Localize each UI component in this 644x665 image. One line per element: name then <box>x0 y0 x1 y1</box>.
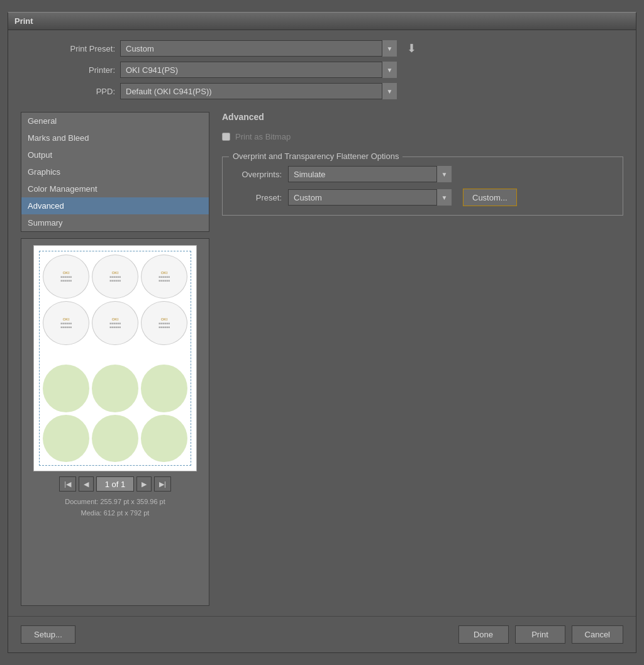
print-as-bitmap-row: Print as Bitmap <box>222 132 623 141</box>
custom-button[interactable]: Custom... <box>463 189 517 206</box>
label-item-3: OKI ■■■■■■■■■■■■ <box>141 255 187 299</box>
label-item-1: OKI ■■■■■■■■■■■■ <box>43 255 89 299</box>
next-page-button[interactable]: ▶ <box>136 476 152 492</box>
overprints-select-wrapper: Simulate Preserve Discard ▼ <box>288 166 452 182</box>
print-preset-row: Print Preset: Custom Default High Qualit… <box>58 40 623 57</box>
doc-info: Document: 255.97 pt x 359.96 pt Media: 6… <box>65 497 165 519</box>
preset-select-wrapper: Custom High Resolution Medium Resolution… <box>288 189 452 206</box>
circle-4 <box>43 415 89 463</box>
prev-page-button[interactable]: ◀ <box>79 476 94 492</box>
done-button[interactable]: Done <box>458 625 509 644</box>
printer-row: Printer: OKI C941(PS) ▼ <box>58 62 623 78</box>
sidebar-item-color-management[interactable]: Color Management <box>21 180 209 197</box>
dialog-title: Print <box>14 16 33 26</box>
sidebar: General Marks and Bleed Output Graphics … <box>21 112 209 606</box>
save-preset-button[interactable]: ⬇ <box>404 40 419 57</box>
sidebar-item-general[interactable]: General <box>21 113 209 129</box>
label-item-2: OKI ■■■■■■■■■■■■ <box>92 255 138 299</box>
bottom-bar: Setup... Done Print Cancel <box>8 616 636 652</box>
overprints-row: Overprints: Simulate Preserve Discard ▼ <box>231 166 614 182</box>
dialog-content: Print Preset: Custom Default High Qualit… <box>8 30 636 616</box>
main-area: General Marks and Bleed Output Graphics … <box>21 112 623 606</box>
circle-1 <box>43 365 89 412</box>
sidebar-item-marks-and-bleed[interactable]: Marks and Bleed <box>21 129 209 146</box>
print-as-bitmap-label: Print as Bitmap <box>235 132 291 141</box>
sidebar-item-summary[interactable]: Summary <box>21 214 209 231</box>
ppd-label: PPD: <box>58 87 115 96</box>
label-item-4: OKI ■■■■■■■■■■■■ <box>43 301 89 345</box>
doc-info-line1: Document: 255.97 pt x 359.96 pt <box>65 497 165 508</box>
print-preset-select[interactable]: Custom Default High Quality Print <box>120 40 397 57</box>
circle-2 <box>92 365 138 412</box>
print-preset-label: Print Preset: <box>58 44 115 53</box>
print-preset-select-wrapper: Custom Default High Quality Print ▼ <box>120 40 397 57</box>
right-panel: Advanced Print as Bitmap Overprint and T… <box>209 112 623 606</box>
sidebar-item-output[interactable]: Output <box>21 146 209 163</box>
top-fields: Print Preset: Custom Default High Qualit… <box>21 40 623 99</box>
advanced-section-header: Advanced <box>222 112 623 124</box>
overprints-select[interactable]: Simulate Preserve Discard <box>288 166 452 182</box>
preview-canvas: OKI ■■■■■■■■■■■■ OKI ■■■■■■■■■■■■ <box>33 245 197 471</box>
title-bar: Print <box>8 13 636 30</box>
setup-button[interactable]: Setup... <box>21 625 75 644</box>
first-page-button[interactable]: |◀ <box>59 476 76 492</box>
label-item-6: OKI ■■■■■■■■■■■■ <box>141 301 187 345</box>
sidebar-item-graphics[interactable]: Graphics <box>21 163 209 180</box>
circle-6 <box>141 415 187 463</box>
print-as-bitmap-checkbox[interactable] <box>222 133 230 141</box>
label-grid: OKI ■■■■■■■■■■■■ OKI ■■■■■■■■■■■■ <box>43 255 187 345</box>
circle-5 <box>92 415 138 463</box>
printer-select-wrapper: OKI C941(PS) ▼ <box>120 62 397 78</box>
nav-list: General Marks and Bleed Output Graphics … <box>21 112 209 232</box>
printer-label: Printer: <box>58 65 115 75</box>
page-input[interactable] <box>96 476 134 492</box>
ppd-select-wrapper: Default (OKI C941(PS)) ▼ <box>120 83 397 99</box>
ppd-select[interactable]: Default (OKI C941(PS)) <box>120 83 397 99</box>
print-button[interactable]: Print <box>515 625 565 644</box>
print-dialog: Print Print Preset: Custom Default High … <box>8 12 636 653</box>
transparency-group-title: Overprint and Transparency Flattener Opt… <box>229 151 402 161</box>
preview-area: OKI ■■■■■■■■■■■■ OKI ■■■■■■■■■■■■ <box>21 238 209 606</box>
preset-select[interactable]: Custom High Resolution Medium Resolution… <box>288 189 452 206</box>
preset-label: Preset: <box>231 193 282 202</box>
sidebar-item-advanced[interactable]: Advanced <box>21 197 209 214</box>
last-page-button[interactable]: ▶| <box>154 476 171 492</box>
overprints-label: Overprints: <box>231 170 282 179</box>
printer-select[interactable]: OKI C941(PS) <box>120 62 397 78</box>
ppd-row: PPD: Default (OKI C941(PS)) ▼ <box>58 83 623 99</box>
circle-3 <box>141 365 187 412</box>
doc-info-line2: Media: 612 pt x 792 pt <box>65 508 165 519</box>
cancel-button[interactable]: Cancel <box>572 625 623 644</box>
circles-area <box>43 365 187 462</box>
preset-row: Preset: Custom High Resolution Medium Re… <box>231 189 614 206</box>
label-item-5: OKI ■■■■■■■■■■■■ <box>92 301 138 345</box>
transparency-group-box: Overprint and Transparency Flattener Opt… <box>222 157 623 216</box>
page-nav: |◀ ◀ ▶ ▶| <box>28 476 203 492</box>
